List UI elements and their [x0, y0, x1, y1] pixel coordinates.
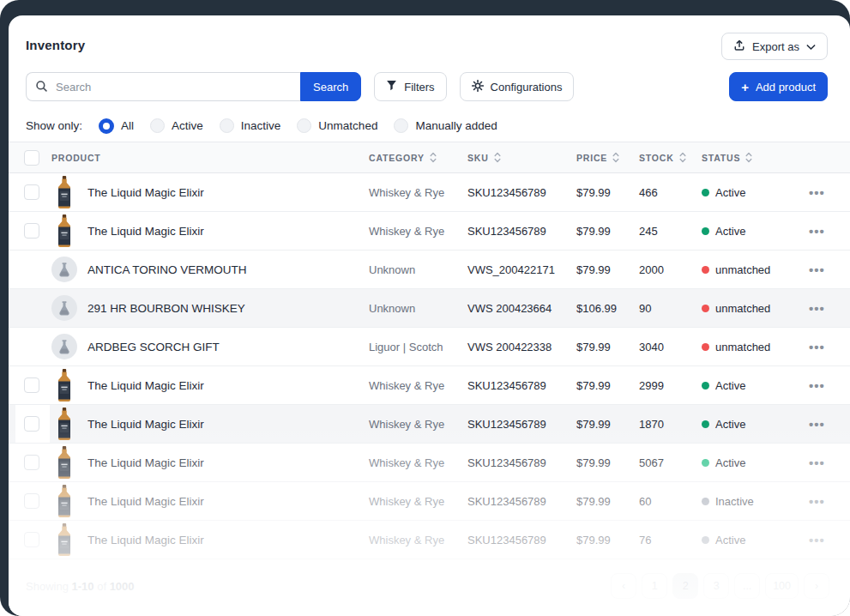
row-checkbox[interactable]	[24, 532, 39, 547]
price-value: $79.99	[576, 495, 639, 508]
row-checkbox[interactable]	[24, 223, 39, 239]
sku-value: SKU123456789	[467, 186, 576, 199]
radio-option-inactive[interactable]: Inactive	[220, 118, 281, 133]
radio-label: Active	[172, 119, 203, 132]
status-dot	[702, 459, 709, 467]
row-actions-menu[interactable]: •••	[798, 494, 836, 509]
row-actions-menu[interactable]: •••	[798, 417, 836, 432]
row-actions-menu[interactable]: •••	[798, 263, 836, 277]
next-page-button[interactable]: ›	[804, 573, 829, 599]
radio-option-active[interactable]: Active	[150, 118, 203, 133]
search-button[interactable]: Search	[300, 72, 361, 101]
column-price[interactable]: Price	[576, 152, 639, 163]
radio-selected-icon[interactable]	[99, 118, 114, 134]
row-actions-menu[interactable]: •••	[798, 224, 836, 239]
stock-value: 5067	[639, 456, 702, 469]
table-row[interactable]: ANTICA TORINO VERMOUTH Unknown VWS_20042…	[9, 251, 850, 289]
sort-icon[interactable]	[745, 152, 752, 163]
price-value: $79.99	[576, 186, 639, 199]
add-product-button[interactable]: + Add product	[729, 72, 828, 101]
sku-value: VWS 200423664	[467, 302, 576, 315]
radio-icon[interactable]	[297, 118, 311, 133]
radio-label: Manually added	[415, 119, 497, 132]
price-value: $79.99	[576, 341, 639, 353]
radio-option-unmatched[interactable]: Unmatched	[297, 118, 377, 133]
row-checkbox[interactable]	[24, 493, 39, 509]
row-checkbox[interactable]	[24, 416, 39, 432]
radio-icon[interactable]	[220, 118, 234, 133]
select-all-checkbox[interactable]	[24, 150, 39, 166]
table-row[interactable]: The Liquid Magic Elixir Whiskey & Rye SK…	[9, 521, 850, 559]
row-actions-menu[interactable]: •••	[798, 340, 836, 354]
table-row[interactable]: ARDBEG SCORCH GIFT Liguor | Scotch VWS 2…	[9, 328, 850, 366]
table-row[interactable]: The Liquid Magic Elixir Whiskey & Rye SK…	[9, 405, 850, 444]
prev-page-button[interactable]: ‹	[611, 573, 636, 599]
sort-icon[interactable]	[430, 152, 437, 163]
status-dot	[702, 266, 709, 274]
radio-label: All	[121, 119, 134, 132]
radio-icon[interactable]	[150, 118, 165, 133]
stock-value: 76	[639, 534, 702, 547]
category-value: Liguor | Scotch	[369, 341, 467, 353]
funnel-icon	[386, 80, 397, 94]
column-sku[interactable]: SKU	[467, 152, 576, 163]
row-checkbox[interactable]	[24, 184, 39, 200]
gear-icon	[472, 80, 484, 94]
product-name: The Liquid Magic Elixir	[87, 186, 204, 199]
flask-placeholder-icon	[51, 334, 77, 359]
table-row[interactable]: The Liquid Magic Elixir Whiskey & Rye SK…	[9, 173, 850, 212]
page-button-2[interactable]: 2	[672, 573, 698, 599]
table-row[interactable]: 291 HR BOURBON WHISKEY Unknown VWS 20042…	[9, 289, 850, 328]
row-actions-menu[interactable]: •••	[798, 533, 836, 547]
category-value: Unknown	[369, 302, 467, 315]
sku-value: SKU123456789	[467, 495, 576, 508]
sort-icon[interactable]	[679, 152, 686, 163]
bottle-product-image	[51, 446, 77, 479]
export-as-button[interactable]: Export as	[721, 33, 828, 60]
row-actions-menu[interactable]: •••	[798, 301, 836, 316]
column-category[interactable]: Category	[369, 152, 467, 163]
radio-option-all[interactable]: All	[99, 118, 134, 134]
page-button-3[interactable]: 3	[703, 573, 729, 599]
table-row[interactable]: The Liquid Magic Elixir Whiskey & Rye SK…	[9, 212, 850, 251]
showing-results-text: Showing 1-10 of 1000	[26, 580, 135, 593]
chevron-down-icon	[806, 40, 816, 53]
table-row[interactable]: The Liquid Magic Elixir Whiskey & Rye SK…	[9, 482, 850, 521]
column-status[interactable]: Status	[702, 152, 752, 163]
row-checkbox[interactable]	[24, 377, 39, 393]
category-value: Whiskey & Rye	[369, 186, 467, 199]
radio-label: Inactive	[241, 119, 281, 132]
page-button-1[interactable]: 1	[642, 573, 667, 599]
search-input[interactable]	[26, 72, 300, 101]
bottle-product-image	[51, 176, 77, 208]
table-row[interactable]: The Liquid Magic Elixir Whiskey & Rye SK…	[9, 366, 850, 405]
stock-value: 90	[639, 302, 702, 315]
price-value: $79.99	[576, 418, 639, 431]
row-actions-menu[interactable]: •••	[798, 185, 836, 200]
showing-total: 1000	[110, 580, 135, 593]
table-row[interactable]: The Liquid Magic Elixir Whiskey & Rye SK…	[9, 444, 850, 482]
radio-option-manually-added[interactable]: Manually added	[394, 118, 497, 133]
configurations-button[interactable]: Configurations	[460, 72, 575, 101]
filters-button[interactable]: Filters	[374, 72, 446, 101]
search-group: Search	[26, 72, 361, 101]
flask-placeholder-icon	[51, 257, 77, 282]
radio-icon[interactable]	[394, 118, 408, 133]
product-name: The Liquid Magic Elixir	[87, 225, 204, 238]
column-product[interactable]: Product	[51, 153, 101, 163]
showing-range: 1-10	[72, 580, 94, 593]
page-button-100[interactable]: 100	[765, 573, 799, 599]
status-dot	[702, 382, 709, 390]
category-value: Whiskey & Rye	[369, 456, 467, 469]
row-actions-menu[interactable]: •••	[798, 378, 836, 393]
toolbar: Search Filters Configurations + Add prod…	[9, 60, 850, 101]
column-stock[interactable]: Stock	[639, 152, 702, 163]
stock-value: 1870	[639, 418, 702, 431]
pagination: ‹ 1 2 3 ... 100 ›	[611, 573, 829, 599]
sort-icon[interactable]	[612, 152, 619, 163]
price-value: $79.99	[576, 456, 639, 469]
row-actions-menu[interactable]: •••	[798, 456, 836, 470]
row-checkbox[interactable]	[24, 455, 39, 470]
page-ellipsis[interactable]: ...	[734, 573, 760, 599]
sort-icon[interactable]	[494, 152, 501, 163]
